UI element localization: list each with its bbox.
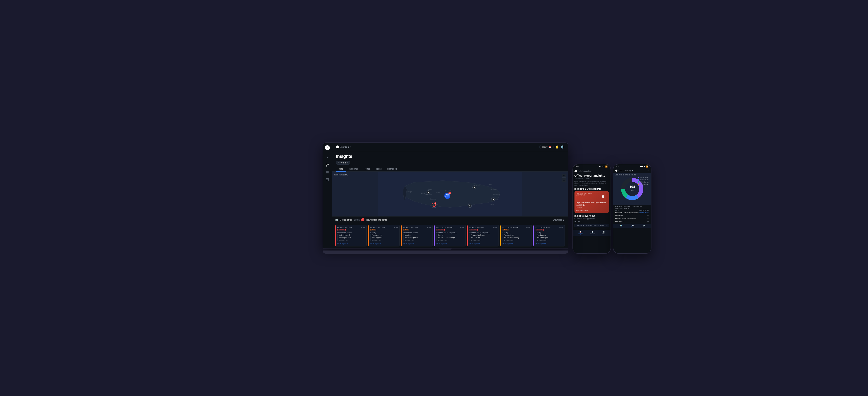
tab-trends[interactable]: Trends (361, 166, 373, 172)
map-zoom-in[interactable]: + (562, 174, 566, 178)
page-title: Insights (336, 154, 352, 159)
phone1-desc: Lorem ipsum dolor sit amet, consectetur … (575, 180, 609, 186)
view-report-btn[interactable]: View report › (470, 243, 497, 245)
damage-row-2: Vandalism 5 › (615, 214, 649, 217)
phone2-map: LOCATIONS OF INCIDENTS 104 total (613, 173, 651, 205)
damage-row-1: LINCOLN NORTH ANSLEFORT 18 REPORTS (615, 211, 649, 214)
phone1-overview-sub: 53 Reports after applied filter (575, 218, 609, 220)
svg-text:Toledo: Toledo (436, 192, 440, 193)
incident-card: PREVENTION ACTIVITY SEVERE Date Criminal… (434, 225, 466, 246)
svg-text:Salamanca: Salamanca (425, 194, 432, 195)
phone1-subtitle: 130 Reports • 7 Sites (575, 178, 609, 179)
phone1-overview-title: Insights overview (575, 214, 609, 217)
map-zoom-out[interactable]: − (562, 178, 566, 182)
phone2-time: 9:41 (616, 166, 620, 168)
bell-icon[interactable]: 🔔 (555, 145, 559, 148)
phone1-behavior-bar: CRIMINAL ACT & SUSPICIOUS BEHAVIOR 0 (575, 224, 609, 227)
location-name: Mérida office (340, 219, 352, 221)
phone1-signal: ●●● ▲ 📶 (599, 166, 608, 168)
view-report-btn[interactable]: View report › (437, 243, 464, 245)
country-name: Spain (354, 219, 360, 221)
incident-card: CRITICAL INCIDENT HIGH Date Health and s… (401, 225, 433, 246)
date-picker[interactable]: Today 📅 (539, 145, 554, 149)
phone1-title: Officer Report Insights (575, 174, 609, 177)
svg-text:⚑: ⚑ (428, 192, 429, 193)
phone2-nav-reports[interactable]: 📄 Reports (631, 225, 635, 227)
tabs-nav: Map Incidents Trends Tasks Damages (332, 165, 568, 172)
svg-rect-6 (326, 178, 329, 181)
view-report-btn[interactable]: View report › (535, 243, 563, 245)
phone1-time: 9:41 (576, 166, 579, 168)
map-svg: Spain Portugal Braga Porto Coimbra Cácer… (332, 172, 568, 217)
tab-tasks[interactable]: Tasks (373, 166, 384, 172)
phone1-brand: Global Guarding ▾ (575, 170, 609, 172)
phone1-incident-title: Physical Violence with Fight Brawl at Ma… (576, 202, 607, 206)
svg-text:Madrid: Madrid (445, 196, 449, 197)
phone1-nav-sites[interactable]: 🏢 Sites (602, 231, 605, 234)
sidebar-building-icon[interactable] (325, 178, 329, 182)
view-report-btn[interactable]: View report › (371, 243, 398, 245)
incident-card: PREVENTION ACTIVITY HIGH Date Facility F… (500, 225, 532, 246)
svg-rect-0 (326, 164, 327, 165)
view-report-btn[interactable]: View report › (404, 243, 431, 245)
svg-text:⚑: ⚑ (433, 204, 434, 206)
svg-text:Barcelona: Barcelona (489, 188, 496, 190)
phone1-nav-insights[interactable]: 📊 Insights (578, 231, 583, 234)
phone-2: 9:41 ●●● ▲ 📶 Global Guarding ▾ ⚙ (613, 164, 651, 254)
svg-text:Portugal: Portugal (407, 191, 412, 193)
app-brand: Guarding ▾ (336, 145, 351, 148)
svg-rect-1 (328, 164, 329, 165)
incident-card: CRITICAL INCIDENT SEVERE Date Health and… (335, 225, 367, 246)
svg-text:3: 3 (435, 203, 436, 204)
svg-text:Braga: Braga (428, 188, 432, 190)
incidents-section: 🏢 Mérida office Spain 3 New critical inc… (332, 216, 568, 248)
svg-text:Lleida: Lleida (488, 184, 491, 185)
svg-text:Palma: Palma (489, 204, 493, 205)
filter-settings-icon[interactable]: ⚙️ (560, 145, 564, 148)
svg-text:104: 104 (629, 185, 635, 189)
svg-rect-2 (326, 165, 327, 166)
chip-close-icon[interactable]: × (347, 161, 348, 164)
laptop: G (323, 142, 568, 254)
svg-text:⚑ 56: ⚑ 56 (445, 194, 449, 196)
map-site-count: Your sites (186) (334, 174, 348, 176)
map-controls: + − (562, 174, 566, 182)
sites-filter-chip[interactable]: Sites (4) × (336, 161, 350, 165)
incident-card: PREVENTION ACTIV... SEVERE Date Facility… (533, 225, 565, 246)
critical-label: New critical incidents (366, 219, 387, 221)
tab-map[interactable]: Map (336, 166, 346, 172)
show-less-btn[interactable]: Show less ▲ (553, 219, 564, 221)
phone-1: 9:41 ●●● ▲ 📶 Global Guarding ▾ Officer R… (572, 164, 611, 254)
phone2-damages: DAMAGES FOUND AND REPORTED BY OFFICERS P… (613, 205, 651, 224)
svg-text:Coimbra: Coimbra (430, 198, 436, 200)
svg-text:Tarragona: Tarragona (493, 194, 499, 195)
phone1-bottom-nav: 📊 Insights 📄 Reports 🏢 Sites (573, 230, 611, 236)
phone2-nav-sites[interactable]: 🏢 Sites (643, 225, 645, 227)
critical-count-badge: 3 (361, 218, 364, 221)
sidebar-expand-icon[interactable] (325, 156, 329, 160)
map-area: Your sites (186) + − (332, 172, 568, 217)
phone2-header: Global Guarding ▾ ⚙ (613, 168, 651, 173)
svg-text:Spain: Spain (445, 189, 451, 192)
phone1-view-full-report[interactable]: View full report › (576, 209, 607, 211)
phone2-bottom-nav: 📊 Insights 📄 Reports 🏢 Sites (613, 224, 651, 228)
phone1-nav-reports[interactable]: 📄 Reports (590, 231, 595, 234)
phone2-nav-insights[interactable]: 📊 Insights (619, 225, 623, 227)
svg-text:total: total (631, 189, 633, 191)
view-report-btn[interactable]: View report › (338, 243, 365, 245)
sidebar-list-icon[interactable] (325, 170, 329, 174)
svg-text:⚑: ⚑ (492, 199, 494, 201)
damage-row-3: Elevation / Stairs/ Escalators 4 › (615, 217, 649, 220)
svg-text:⚑: ⚑ (474, 187, 475, 188)
tab-incidents[interactable]: Incidents (346, 166, 361, 172)
incident-cards-row: CRITICAL INCIDENT SEVERE Date Health and… (332, 223, 568, 248)
damage-row-4: Appliances 2 › (615, 220, 649, 223)
app-logo: G (325, 145, 330, 150)
phone1-critical-card: CRITICAL INCIDENTS LAST 7 DAYS 9 Physica… (575, 191, 609, 213)
view-report-btn[interactable]: View report › (502, 243, 530, 245)
tab-damages[interactable]: Damages (384, 166, 400, 172)
building-icon: 🏢 (335, 219, 338, 221)
sidebar-chart-icon[interactable] (325, 163, 329, 167)
phone2-signal: ●●● ▲ 📶 (640, 166, 648, 168)
svg-text:Porto: Porto (421, 193, 425, 194)
